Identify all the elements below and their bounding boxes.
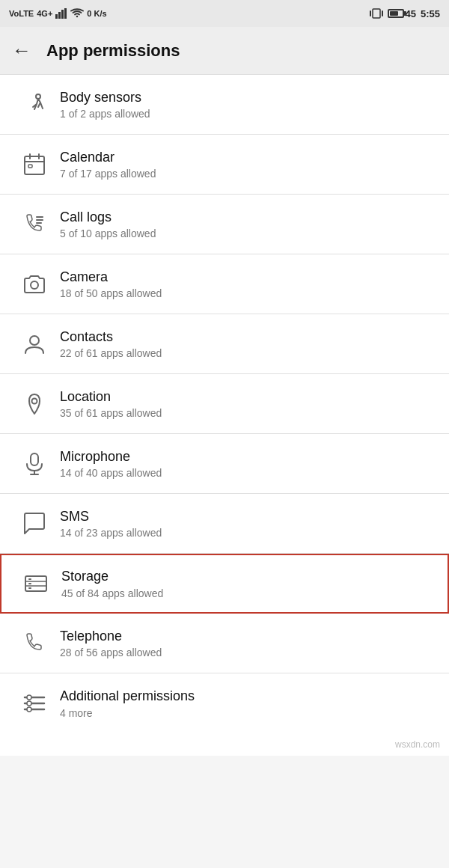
location-text: Location 35 of 61 apps allowed (54, 388, 434, 419)
camera-text: Camera 18 of 50 apps allowed (54, 269, 434, 299)
volte-indicator: VoLTE (9, 9, 34, 18)
additional-text: Additional permissions 4 more (54, 688, 434, 718)
calendar-icon (15, 152, 54, 177)
network-indicator: 4G+ (37, 9, 52, 18)
signal-icon (55, 8, 67, 19)
calendar-text: Calendar 7 of 17 apps allowed (54, 149, 434, 180)
microphone-sub: 14 of 40 apps allowed (60, 467, 434, 479)
storage-name: Storage (61, 568, 433, 585)
permission-item-microphone[interactable]: Microphone 14 of 40 apps allowed (0, 434, 449, 494)
page-title: App permissions (46, 41, 180, 61)
wifi-icon (70, 8, 84, 19)
contacts-sub: 22 of 61 apps allowed (60, 347, 434, 359)
telephone-text: Telephone 28 of 56 apps allowed (54, 628, 434, 658)
svg-point-33 (27, 707, 31, 712)
svg-rect-8 (25, 156, 44, 174)
storage-icon (16, 571, 55, 596)
svg-point-17 (30, 336, 39, 345)
header: ← App permissions (0, 27, 449, 75)
svg-rect-2 (61, 10, 64, 19)
location-sub: 35 of 61 apps allowed (60, 407, 434, 419)
permission-item-sms[interactable]: SMS 14 of 23 apps allowed (0, 494, 449, 554)
sms-text: SMS 14 of 23 apps allowed (54, 508, 434, 539)
contacts-text: Contacts 22 of 61 apps allowed (54, 328, 434, 359)
permission-item-storage[interactable]: Storage 45 of 84 apps allowed (0, 554, 449, 614)
permission-item-location[interactable]: Location 35 of 61 apps allowed (0, 374, 449, 434)
svg-point-16 (31, 281, 38, 289)
additional-sub: 4 more (60, 707, 434, 719)
permission-item-call-logs[interactable]: Call logs 5 of 10 apps allowed (0, 195, 449, 254)
svg-rect-19 (31, 453, 38, 465)
sms-icon (15, 511, 54, 537)
permission-item-camera[interactable]: Camera 18 of 50 apps allowed (0, 254, 449, 314)
additional-name: Additional permissions (60, 688, 434, 705)
permission-item-additional[interactable]: Additional permissions 4 more (0, 673, 449, 733)
data-speed: 0 K/s (87, 9, 106, 18)
microphone-name: Microphone (60, 448, 434, 465)
telephone-name: Telephone (60, 628, 434, 645)
call-logs-text: Call logs 5 of 10 apps allowed (54, 209, 434, 239)
permission-item-contacts[interactable]: Contacts 22 of 61 apps allowed (0, 314, 449, 374)
permission-item-telephone[interactable]: Telephone 28 of 56 apps allowed (0, 614, 449, 673)
svg-rect-3 (64, 8, 67, 19)
time: 5:55 (421, 8, 440, 19)
call-logs-icon (15, 212, 54, 237)
battery-level: 45 (406, 8, 416, 19)
storage-text: Storage 45 of 84 apps allowed (55, 568, 433, 599)
microphone-icon (15, 451, 54, 477)
permission-item-calendar[interactable]: Calendar 7 of 17 apps allowed (0, 135, 449, 195)
microphone-text: Microphone 14 of 40 apps allowed (54, 448, 434, 479)
sms-name: SMS (60, 508, 434, 525)
location-name: Location (60, 388, 434, 406)
camera-name: Camera (60, 269, 434, 286)
vibrate-icon (370, 7, 383, 19)
contacts-icon (15, 331, 54, 357)
permission-list: Body sensors 1 of 2 apps allowed Calenda… (0, 75, 449, 733)
calendar-name: Calendar (60, 149, 434, 166)
svg-point-18 (32, 398, 37, 403)
contacts-name: Contacts (60, 328, 434, 346)
status-bar: VoLTE 4G+ 0 K/s 45 5:55 (0, 0, 449, 27)
svg-rect-0 (55, 14, 58, 19)
svg-point-31 (27, 695, 31, 700)
storage-sub: 45 of 84 apps allowed (61, 587, 433, 599)
telephone-icon (15, 631, 54, 656)
permission-item-body-sensors[interactable]: Body sensors 1 of 2 apps allowed (0, 75, 449, 135)
svg-rect-4 (373, 9, 380, 18)
calendar-sub: 7 of 17 apps allowed (60, 168, 434, 180)
body-sensors-icon (15, 92, 54, 117)
call-logs-sub: 5 of 10 apps allowed (60, 227, 434, 239)
location-icon (15, 391, 54, 417)
svg-rect-1 (58, 12, 61, 19)
svg-rect-12 (28, 165, 32, 168)
additional-icon (15, 691, 54, 716)
body-sensors-name: Body sensors (60, 89, 434, 106)
status-right: 45 5:55 (370, 7, 441, 19)
sms-sub: 14 of 23 apps allowed (60, 527, 434, 539)
camera-sub: 18 of 50 apps allowed (60, 287, 434, 299)
telephone-sub: 28 of 56 apps allowed (60, 647, 434, 658)
back-button[interactable]: ← (12, 39, 31, 62)
body-sensors-sub: 1 of 2 apps allowed (60, 108, 434, 120)
watermark: wsxdn.com (0, 733, 449, 756)
camera-icon (15, 272, 54, 297)
status-left: VoLTE 4G+ 0 K/s (9, 8, 107, 19)
body-sensors-text: Body sensors 1 of 2 apps allowed (54, 89, 434, 120)
svg-point-32 (27, 701, 31, 706)
call-logs-name: Call logs (60, 209, 434, 226)
battery-indicator: 45 (388, 8, 416, 19)
